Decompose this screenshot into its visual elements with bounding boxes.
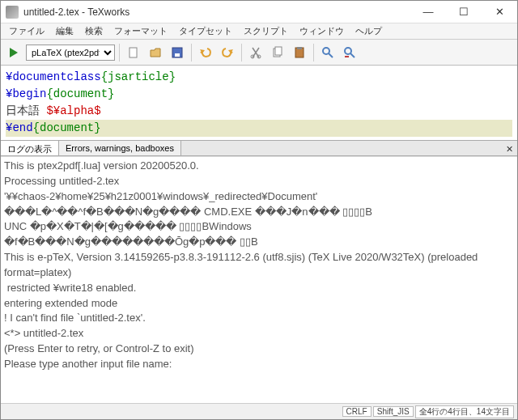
- replace-button[interactable]: [340, 43, 359, 62]
- text: 日本語: [6, 104, 46, 117]
- log-line: UNC �p�X�T�|�[�g����� ▯▯▯▯BWindows: [4, 219, 514, 235]
- paste-button[interactable]: [290, 43, 309, 62]
- svg-point-9: [323, 48, 329, 54]
- menu-file[interactable]: ファイル: [4, 23, 49, 39]
- minimize-button[interactable]: —: [410, 1, 446, 23]
- svg-point-10: [345, 48, 351, 54]
- log-line: '¥¥chaos-2¥home¥25¥h21z0001¥windows¥_red…: [4, 189, 514, 205]
- editor[interactable]: ¥documentclass{jsarticle} ¥begin{documen…: [1, 66, 517, 140]
- tex-argument: {jsarticle}: [101, 70, 176, 83]
- log-line: Please type another input file name:: [4, 357, 514, 372]
- tex-command: ¥begin: [6, 87, 46, 100]
- redo-button[interactable]: [218, 43, 237, 62]
- engine-select[interactable]: pLaTeX (ptex2pdf): [26, 45, 115, 61]
- tex-argument: {document}: [33, 121, 101, 134]
- copy-button[interactable]: [268, 43, 287, 62]
- menu-search[interactable]: 検索: [80, 23, 108, 39]
- save-button[interactable]: [168, 43, 187, 62]
- cut-button[interactable]: [246, 43, 265, 62]
- app-icon: [6, 6, 19, 19]
- tab-log[interactable]: ログの表示: [1, 141, 59, 155]
- close-button[interactable]: ✕: [482, 1, 517, 23]
- log-line: <*> untitled-2.tex: [4, 326, 514, 342]
- toolbar: pLaTeX (ptex2pdf): [1, 40, 517, 66]
- close-panel-button[interactable]: ✕: [503, 142, 516, 155]
- menu-typeset[interactable]: タイプセット: [174, 23, 237, 39]
- menubar: ファイル 編集 検索 フォーマット タイプセット スクリプト ウィンドウ ヘルプ: [1, 23, 517, 40]
- log-line: restricted ¥write18 enabled.: [4, 281, 514, 296]
- tex-math: $¥alpha$: [46, 104, 100, 117]
- editor-line[interactable]: 日本語 $¥alpha$: [6, 103, 512, 120]
- log-line: entering extended mode: [4, 296, 514, 312]
- log-line: This is ptex2pdf[.lua] version 20200520.…: [4, 159, 514, 174]
- separator: [241, 44, 242, 62]
- tex-command: ¥end: [6, 121, 33, 134]
- tab-errors[interactable]: Errors, warnings, badboxes: [59, 141, 181, 155]
- log-line: (Press Enter to retry, or Control-Z to e…: [4, 342, 514, 357]
- separator: [313, 44, 314, 62]
- log-output[interactable]: This is ptex2pdf[.lua] version 20200520.…: [1, 156, 517, 403]
- window-title: untitled-2.tex - TeXworks: [23, 6, 410, 18]
- status-cursor: 全4行の4行目、14文字目: [415, 405, 514, 418]
- svg-rect-0: [130, 48, 137, 57]
- editor-line[interactable]: ¥begin{document}: [6, 86, 512, 103]
- menu-help[interactable]: ヘルプ: [350, 23, 387, 39]
- window-buttons: — ☐ ✕: [410, 1, 517, 23]
- editor-line-current[interactable]: ¥end{document}: [6, 120, 512, 137]
- log-tabs: ログの表示 Errors, warnings, badboxes ✕: [1, 140, 517, 156]
- separator: [191, 44, 192, 62]
- tex-argument: {document}: [46, 87, 114, 100]
- menu-window[interactable]: ウィンドウ: [295, 23, 349, 39]
- maximize-button[interactable]: ☐: [446, 1, 482, 23]
- log-line: �f�B���N�g��������Ōg�p��� ▯▯B: [4, 235, 514, 250]
- svg-rect-2: [175, 53, 180, 57]
- svg-rect-8: [297, 47, 302, 49]
- status-encoding[interactable]: Shift_JIS: [373, 406, 414, 417]
- log-line: ���L�^��^f�B���N�g���� CMD.EXE ���J�n���…: [4, 205, 514, 220]
- svg-rect-6: [275, 47, 282, 55]
- menu-format[interactable]: フォーマット: [109, 23, 172, 39]
- status-eol[interactable]: CRLF: [342, 406, 372, 417]
- search-button[interactable]: [318, 43, 338, 62]
- new-button[interactable]: [124, 43, 143, 62]
- tex-command: ¥documentclass: [6, 70, 101, 83]
- log-line: ! I can't find file `untitled-2.tex'.: [4, 311, 514, 326]
- separator: [119, 44, 120, 62]
- typeset-button[interactable]: [4, 43, 23, 62]
- open-button[interactable]: [146, 43, 165, 62]
- menu-script[interactable]: スクリプト: [239, 23, 293, 39]
- editor-line[interactable]: ¥documentclass{jsarticle}: [6, 69, 512, 86]
- log-line: This is e-pTeX, Version 3.14159265-p3.8.…: [4, 250, 514, 281]
- statusbar: CRLF Shift_JIS 全4行の4行目、14文字目: [1, 403, 517, 419]
- undo-button[interactable]: [196, 43, 215, 62]
- menu-edit[interactable]: 編集: [51, 23, 79, 39]
- log-line: Processing untitled-2.tex: [4, 174, 514, 189]
- titlebar: untitled-2.tex - TeXworks — ☐ ✕: [1, 1, 517, 23]
